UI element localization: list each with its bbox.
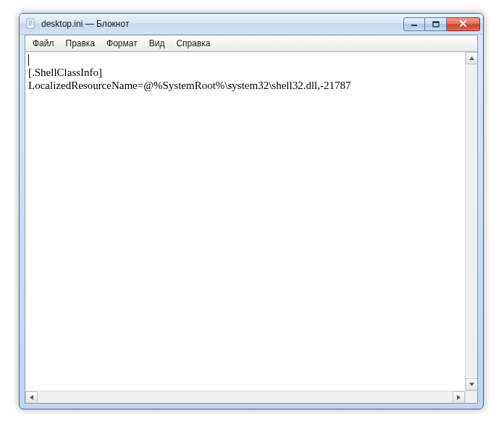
client-area: Файл Правка Формат Вид Справка [.ShellCl… (25, 35, 478, 404)
horizontal-scrollbar[interactable] (25, 391, 465, 403)
svg-rect-7 (433, 22, 439, 23)
scroll-corner (465, 391, 477, 403)
text-editor[interactable]: [.ShellClassInfo] LocalizedResourceName=… (25, 52, 465, 391)
minimize-button[interactable] (403, 17, 425, 31)
vertical-scroll-track[interactable] (466, 64, 477, 378)
notepad-icon (25, 18, 37, 30)
close-button[interactable] (447, 17, 480, 31)
menu-view[interactable]: Вид (143, 35, 171, 51)
notepad-window: desktop.ini — Блокнот Файл (19, 13, 484, 409)
maximize-icon (432, 21, 440, 27)
menu-edit[interactable]: Правка (60, 35, 101, 51)
scroll-down-button[interactable] (466, 378, 477, 391)
menu-help[interactable]: Справка (170, 35, 216, 51)
scroll-up-button[interactable] (466, 52, 477, 64)
editor-container: [.ShellClassInfo] LocalizedResourceName=… (25, 51, 477, 403)
menu-file[interactable]: Файл (27, 35, 60, 51)
vertical-scrollbar[interactable] (465, 52, 477, 391)
window-controls (403, 17, 480, 31)
menu-format[interactable]: Формат (101, 35, 143, 51)
chevron-down-icon (469, 383, 474, 386)
close-icon (459, 20, 467, 27)
svg-rect-5 (411, 25, 417, 26)
horizontal-scroll-track[interactable] (38, 391, 453, 403)
menubar: Файл Правка Формат Вид Справка (25, 35, 477, 51)
text-caret (28, 54, 29, 66)
minimize-icon (411, 21, 418, 27)
chevron-left-icon (30, 395, 33, 400)
scroll-right-button[interactable] (453, 391, 465, 403)
chevron-up-icon (469, 56, 474, 60)
maximize-button[interactable] (425, 17, 447, 31)
scroll-left-button[interactable] (25, 391, 38, 403)
titlebar[interactable]: desktop.ini — Блокнот (20, 14, 483, 35)
chevron-right-icon (457, 395, 461, 400)
window-title: desktop.ini — Блокнот (41, 19, 403, 29)
